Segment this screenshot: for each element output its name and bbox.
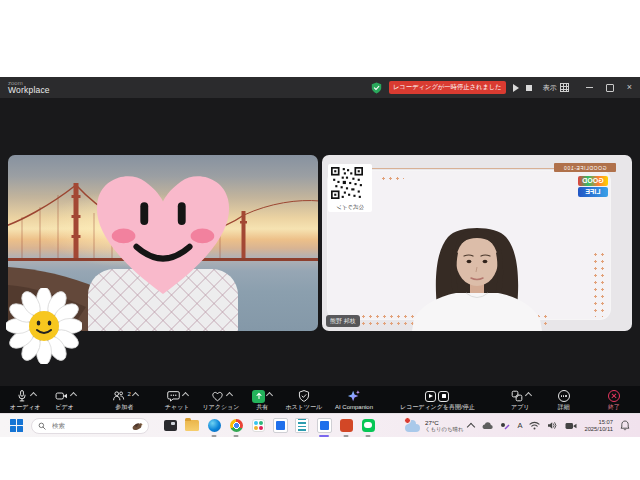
qr-code-block: 公式ライン: [328, 164, 372, 212]
video-chevron[interactable]: [70, 391, 77, 398]
desktop-canvas: zoom Workplace レコーディングが一時停止されました 表示: [0, 0, 640, 480]
taskbar-search[interactable]: [31, 418, 149, 434]
logo-line2: LIFE: [578, 187, 608, 197]
app-window-icon[interactable]: [273, 418, 288, 433]
weather-cloud-icon: [405, 419, 421, 432]
hidden-icons-chevron[interactable]: [467, 422, 475, 430]
participant-portrait: [392, 211, 562, 331]
meeting-area: GOODLIFE-100 GOOD LIFE: [0, 98, 640, 386]
dotted-decoration: [592, 251, 604, 317]
ai-sparkle-icon: [347, 389, 361, 403]
dotted-decoration: [380, 175, 404, 181]
search-highlight-bird-icon: [130, 421, 144, 432]
apps-button[interactable]: アプリ: [510, 389, 531, 410]
wifi-icon[interactable]: [529, 421, 540, 430]
view-button[interactable]: 表示: [543, 83, 569, 93]
ai-companion-button[interactable]: AI Companion: [335, 389, 373, 410]
audio-button[interactable]: オーディオ: [10, 389, 41, 410]
zoom-window: zoom Workplace レコーディングが一時停止されました 表示: [0, 77, 640, 437]
edge-icon[interactable]: [207, 418, 222, 433]
participant-count: 2: [128, 391, 131, 397]
qr-caption: 公式ライン: [331, 204, 369, 211]
volume-icon[interactable]: [547, 421, 558, 430]
view-label: 表示: [543, 83, 557, 93]
weather-condition: くもりのち晴れ: [425, 426, 464, 432]
participants-icon: [111, 389, 126, 403]
recording-paused-banner: レコーディングが一時停止されました: [389, 81, 506, 94]
camera-in-use-icon[interactable]: [565, 422, 577, 430]
participants-button[interactable]: 2 参加者: [111, 389, 138, 410]
video-tile-right[interactable]: GOODLIFE-100 GOOD LIFE: [322, 155, 632, 331]
notification-bell-icon[interactable]: [620, 420, 630, 431]
line-app-icon[interactable]: [361, 418, 376, 433]
chrome-icon[interactable]: [229, 418, 244, 433]
logo-line1: GOOD: [578, 176, 608, 186]
host-tools-button[interactable]: ホストツール: [285, 389, 322, 410]
system-tray: A 15:07 2025/10/11: [468, 419, 630, 433]
reactions-chevron[interactable]: [226, 391, 233, 398]
video-button[interactable]: ビデオ: [54, 389, 76, 410]
mic-icon: [15, 389, 29, 403]
brand-workplace: Workplace: [8, 86, 50, 95]
qr-code-icon: [331, 167, 363, 199]
share-button[interactable]: 共有: [252, 389, 272, 410]
chat-button[interactable]: チャット: [165, 389, 190, 410]
more-icon: [558, 390, 570, 402]
chat-chevron[interactable]: [182, 391, 189, 398]
corner-badge: GOODLIFE-100: [554, 163, 616, 172]
onedrive-icon[interactable]: [481, 421, 493, 430]
heart-icon: [210, 389, 225, 403]
notes-app-icon[interactable]: [295, 418, 310, 433]
resume-recording-icon[interactable]: [513, 84, 519, 92]
camera-icon: [54, 389, 69, 403]
weather-widget[interactable]: 27°C くもりのち晴れ: [405, 419, 464, 432]
task-view-icon[interactable]: [163, 418, 178, 433]
start-button[interactable]: [10, 419, 23, 432]
weather-temp: 27°C: [425, 419, 464, 426]
share-icon: [252, 390, 265, 403]
app-brand: zoom Workplace: [8, 80, 50, 95]
gallery-grid-icon: [560, 83, 569, 92]
windows-taskbar: 27°C くもりのち晴れ A: [0, 413, 640, 437]
pen-input-icon[interactable]: [500, 421, 510, 431]
record-resume-icon[interactable]: [425, 391, 436, 402]
goodlife-logo: GOOD LIFE: [578, 176, 608, 197]
weather-alert-badge: [404, 417, 411, 424]
participants-chevron[interactable]: [132, 391, 139, 398]
recording-button[interactable]: レコーディングを再開/停止: [400, 389, 475, 410]
more-button[interactable]: 詳細: [558, 389, 570, 410]
stop-recording-icon[interactable]: [526, 85, 532, 91]
slack-icon[interactable]: [251, 418, 266, 433]
end-meeting-button[interactable]: 終了: [608, 389, 620, 410]
security-shield-icon[interactable]: [371, 82, 382, 94]
minimize-button[interactable]: [586, 87, 593, 88]
apps-chevron[interactable]: [525, 391, 532, 398]
zoom-app-icon[interactable]: [317, 418, 332, 433]
heart-face-sticker: [83, 158, 243, 298]
participant-name-label: 熊野 邦枝: [326, 315, 360, 327]
powerpoint-icon[interactable]: [339, 418, 354, 433]
close-button[interactable]: ×: [627, 83, 632, 92]
record-stop-icon[interactable]: [438, 391, 449, 402]
taskbar-clock[interactable]: 15:07 2025/10/11: [584, 419, 613, 433]
decorative-line: [358, 168, 556, 169]
clock-time: 15:07: [598, 419, 613, 426]
maximize-button[interactable]: [606, 84, 614, 92]
meeting-toolbar: オーディオ ビデオ: [0, 386, 640, 413]
chat-icon: [166, 389, 181, 403]
reactions-button[interactable]: リアクション: [202, 389, 239, 410]
clock-date: 2025/10/11: [584, 426, 613, 433]
file-explorer-icon[interactable]: [185, 418, 200, 433]
share-chevron[interactable]: [266, 391, 273, 398]
search-input[interactable]: [50, 421, 124, 430]
daisy-smiley-sticker: [6, 288, 82, 364]
end-icon: [608, 390, 620, 402]
apps-icon: [510, 389, 524, 403]
ime-indicator[interactable]: A: [517, 421, 522, 430]
audio-chevron[interactable]: [30, 391, 37, 398]
window-titlebar: zoom Workplace レコーディングが一時停止されました 表示: [0, 77, 640, 98]
shield-icon: [297, 389, 311, 403]
search-icon: [38, 422, 46, 430]
